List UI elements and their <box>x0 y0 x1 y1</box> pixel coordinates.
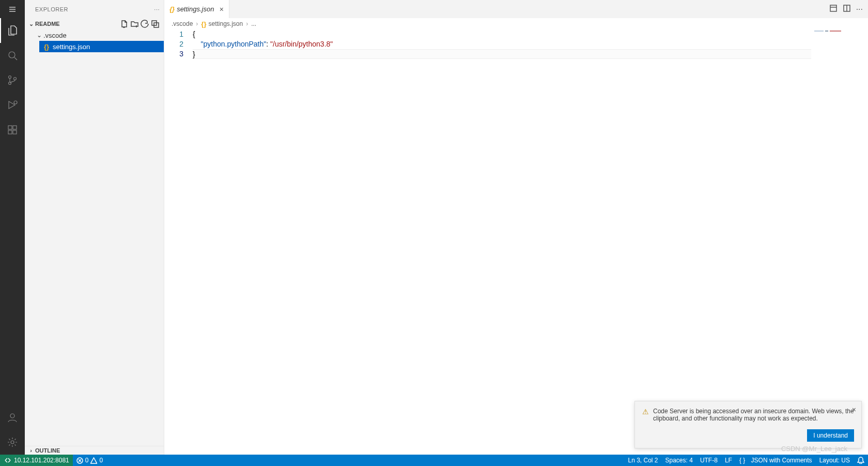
svg-rect-5 <box>8 126 12 129</box>
statusbar: 10.12.101.202:8081 0 0 Ln 3, Col 2 Space… <box>0 455 868 466</box>
menu-icon <box>8 5 17 13</box>
gear-icon <box>7 437 18 448</box>
more-actions-icon[interactable]: ··· <box>856 5 863 14</box>
notification-text: Code Server is being accessed over an in… <box>653 408 854 422</box>
open-settings-ui-icon[interactable] <box>829 4 838 14</box>
close-icon[interactable]: × <box>219 5 223 13</box>
activity-explorer[interactable] <box>0 18 25 43</box>
notifications-bell[interactable] <box>854 457 868 464</box>
keyboard-layout[interactable]: Layout: US <box>816 457 854 464</box>
activity-scm[interactable] <box>0 68 25 93</box>
cursor-position[interactable]: Ln 3, Col 2 <box>624 457 661 464</box>
workspace-header[interactable]: ⌄ README <box>25 18 164 29</box>
sidebar-title: EXPLORER <box>35 6 68 12</box>
tree-file-settings[interactable]: {} settings.json <box>39 41 164 52</box>
workbench: EXPLORER ··· ⌄ README ⌄ .vscode <box>0 0 868 455</box>
extensions-icon <box>7 124 18 136</box>
remote-icon <box>4 456 12 464</box>
breadcrumb-folder[interactable]: .vscode <box>172 20 193 27</box>
activity-account[interactable] <box>0 405 25 430</box>
json-icon: {} <box>42 42 51 51</box>
file-label: settings.json <box>53 43 90 51</box>
encoding[interactable]: UTF-8 <box>696 457 721 464</box>
editor-area: {} settings.json × ··· .vscode › {} sett… <box>164 0 868 455</box>
folder-label: .vscode <box>43 32 67 39</box>
sidebar-header: EXPLORER ··· <box>25 0 164 18</box>
search-icon <box>7 50 18 61</box>
tab-settings-json[interactable]: {} settings.json × <box>164 0 229 18</box>
sidebar-more-icon[interactable]: ··· <box>154 6 160 12</box>
remote-indicator[interactable]: 10.12.101.202:8081 <box>0 455 73 466</box>
json-icon: {} <box>169 5 175 13</box>
language-mode[interactable]: { } JSON with Comments <box>736 457 816 464</box>
debug-icon <box>7 99 18 111</box>
svg-rect-8 <box>13 126 17 129</box>
warning-icon <box>90 457 97 464</box>
svg-point-9 <box>10 414 14 418</box>
code-editor[interactable]: 1 2 3 { "python.pythonPath": "/usr/bin/p… <box>164 29 868 455</box>
notification-toast: × ⚠ Code Server is being accessed over a… <box>634 401 862 448</box>
new-file-icon[interactable] <box>119 19 129 28</box>
breadcrumb-file[interactable]: {} settings.json <box>201 20 243 28</box>
breadcrumbs: .vscode › {} settings.json › ... <box>164 18 868 29</box>
svg-rect-7 <box>13 130 17 134</box>
svg-rect-13 <box>830 5 836 11</box>
outline-label: OUTLINE <box>35 447 60 454</box>
error-icon <box>76 457 83 464</box>
activity-extensions[interactable] <box>0 117 25 142</box>
problems-indicator[interactable]: 0 0 <box>73 457 106 464</box>
code-content[interactable]: { "python.pythonPath": "/usr/bin/python3… <box>193 29 811 455</box>
refresh-icon[interactable] <box>140 19 149 28</box>
understand-button[interactable]: I understand <box>807 429 854 442</box>
collapse-icon[interactable] <box>150 19 160 28</box>
activity-bar <box>0 0 25 455</box>
tree-folder-vscode[interactable]: ⌄ .vscode <box>32 29 164 41</box>
activity-search[interactable] <box>0 43 25 68</box>
close-icon[interactable]: × <box>852 405 856 414</box>
activity-debug[interactable] <box>0 93 25 117</box>
bell-icon <box>857 457 864 464</box>
chevron-down-icon: ⌄ <box>35 32 43 39</box>
svg-point-4 <box>14 101 17 104</box>
split-editor-icon[interactable] <box>843 4 851 14</box>
chevron-right-icon: › <box>196 20 198 27</box>
account-icon <box>7 412 18 423</box>
indentation[interactable]: Spaces: 4 <box>662 457 696 464</box>
warning-icon: ⚠ <box>642 408 649 422</box>
explorer-tree: ⌄ README ⌄ .vscode {} settings.jso <box>25 18 164 446</box>
svg-point-10 <box>11 441 14 444</box>
svg-rect-6 <box>8 130 12 134</box>
json-icon: {} <box>201 20 206 28</box>
menu-button[interactable] <box>0 0 25 18</box>
breadcrumb-ellipsis[interactable]: ... <box>251 20 256 27</box>
tabbar: {} settings.json × ··· <box>164 0 868 18</box>
tab-label: settings.json <box>177 5 214 13</box>
chevron-down-icon: ⌄ <box>27 21 35 27</box>
line-gutter: 1 2 3 <box>164 29 193 455</box>
activity-settings[interactable] <box>0 430 25 455</box>
outline-section[interactable]: › OUTLINE <box>25 446 164 455</box>
svg-point-1 <box>9 76 11 79</box>
eol[interactable]: LF <box>721 457 736 464</box>
chevron-right-icon: › <box>27 447 35 454</box>
branch-icon <box>7 74 18 86</box>
svg-point-3 <box>14 78 17 80</box>
minimap[interactable] <box>811 29 868 455</box>
chevron-right-icon: › <box>246 20 248 27</box>
svg-point-0 <box>9 52 15 58</box>
workspace-name: README <box>35 21 60 27</box>
tab-actions: ··· <box>829 0 868 18</box>
sidebar: EXPLORER ··· ⌄ README ⌄ .vscode <box>25 0 164 455</box>
new-folder-icon[interactable] <box>130 19 139 28</box>
files-icon <box>7 25 19 36</box>
